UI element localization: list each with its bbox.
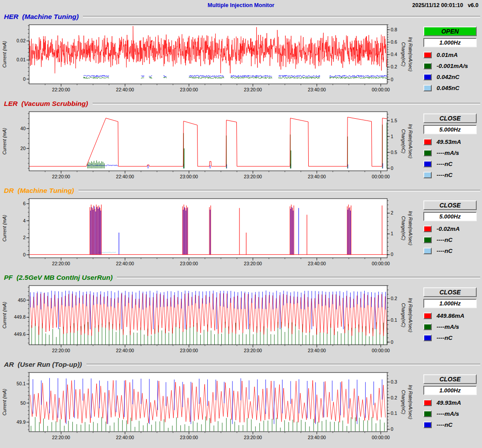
series-value: ----nC [437,237,452,243]
legend-rows: -0.02mA----nC----nC [423,223,477,256]
ar-chart: 22:20:0022:40:0023:00:0023:20:0023:40:00… [1,370,423,444]
svg-text:449.8: 449.8 [14,314,26,320]
series-value: ----mA/s [437,410,459,417]
legend-row: ----nC [423,234,477,245]
svg-text:23:20:00: 23:20:00 [244,348,262,353]
legend-row: ----nC [423,169,477,181]
svg-text:0.6: 0.6 [391,39,397,45]
series-value: 449.86mA [437,312,464,319]
svg-text:20: 20 [20,146,26,151]
svg-text:450: 450 [18,297,26,303]
pf-open-close-button[interactable]: CLOSE [423,287,477,297]
series-value: -0.02mA [437,226,460,232]
series-color-swatch [423,139,432,145]
ler-header: LER (Vacuum Scrubbing) [1,98,481,109]
svg-text:50: 50 [20,400,26,406]
ar-open-close-button[interactable]: CLOSE [423,374,477,384]
svg-text:Current (mA): Current (mA) [2,302,7,329]
svg-text:23:00:00: 23:00:00 [180,174,198,179]
section-title: HER (Machine Tuning) [4,13,78,21]
legend-row: ----nC [423,245,477,256]
svg-text:22:20:00: 22:20:00 [52,174,70,179]
svg-text:0.3: 0.3 [391,379,397,384]
series-color-swatch [423,52,432,58]
her-injection-frequency[interactable]: 1.000Hz [423,38,477,47]
legend-row: ----nC [423,158,477,169]
legend-row: ----mA/s [423,408,477,419]
dr-info-panel: CLOSE 5.000Hz -0.02mA----nC----nC [423,196,478,270]
series-value: 49.53mA [437,139,461,145]
section-divider [78,190,480,192]
dr-header: DR (Machine Tuning) [1,185,481,196]
svg-text:23:00:00: 23:00:00 [180,261,198,266]
series-color-swatch [423,399,432,406]
series-color-swatch [423,410,432,417]
legend-row: -0.001mA/s [423,60,477,72]
ler-open-close-button[interactable]: CLOSE [423,113,477,123]
svg-text:40: 40 [20,126,26,131]
datetime: 2025/11/12 00:01:10 [412,2,463,8]
svg-text:0.02: 0.02 [17,38,26,43]
series-value: ----nC [437,161,452,167]
svg-text:4: 4 [23,218,26,223]
section-title: PF (2.5GeV MB ContInj UserRun) [4,274,112,282]
svg-text:0: 0 [391,339,393,345]
series-value: -0.001mA/s [437,63,468,69]
svg-text:0.01: 0.01 [17,57,26,62]
svg-text:22:20:00: 22:20:00 [52,87,70,92]
svg-text:22:40:00: 22:40:00 [116,174,134,179]
dr-injection-frequency[interactable]: 5.000Hz [423,212,477,221]
svg-text:1: 1 [391,134,393,139]
svg-text:0: 0 [391,77,393,82]
svg-text:1: 1 [391,231,393,236]
series-value: ----nC [437,335,452,341]
legend-row: ----mA/s [423,147,477,158]
svg-text:2: 2 [23,235,26,240]
pf-header: PF (2.5GeV MB ContInj UserRun) [1,272,481,283]
series-value: 0.042nC [437,74,460,80]
svg-text:0: 0 [391,166,393,171]
series-color-swatch [423,237,432,243]
series-color-swatch [423,312,432,319]
svg-text:0: 0 [23,76,26,82]
svg-text:22:20:00: 22:20:00 [52,261,70,266]
section-divider [83,16,480,18]
section-title: DR (Machine Tuning) [4,187,74,195]
svg-text:Inj Rate(mA/sec): Inj Rate(mA/sec) [408,298,413,332]
series-value: 0.01mA [437,52,458,58]
ar-injection-frequency[interactable]: 1.000Hz [423,386,477,395]
svg-text:0: 0 [23,252,26,257]
svg-text:23:00:00: 23:00:00 [180,435,198,440]
series-value: ----mA/s [437,324,459,330]
svg-text:23:40:00: 23:40:00 [308,348,326,353]
ler-injection-frequency[interactable]: 5.000Hz [423,125,477,134]
svg-text:00:00:00: 00:00:00 [372,174,390,179]
svg-text:Current (mA): Current (mA) [2,41,7,68]
svg-text:0.5: 0.5 [391,150,397,155]
svg-text:6: 6 [23,201,26,206]
svg-text:23:20:00: 23:20:00 [244,87,262,92]
series-color-swatch [423,335,432,341]
svg-text:23:40:00: 23:40:00 [308,174,326,179]
svg-text:2: 2 [391,210,393,215]
svg-text:449.6: 449.6 [14,331,26,337]
ar-info-panel: CLOSE 1.000Hz 49.93mA----mA/s----nC [423,370,478,444]
svg-text:0.1: 0.1 [391,317,397,323]
pf-injection-frequency[interactable]: 1.000Hz [423,299,477,308]
series-color-swatch [423,324,432,330]
legend-row: 0.01mA [423,49,477,60]
svg-text:49.9: 49.9 [17,419,26,425]
svg-text:23:20:00: 23:20:00 [244,174,262,179]
svg-text:22:20:00: 22:20:00 [52,435,70,440]
dr-open-close-button[interactable]: CLOSE [423,200,477,210]
dr-chart: 22:20:0022:40:0023:00:0023:20:0023:40:00… [1,196,423,270]
svg-text:Charge(nC): Charge(nC) [401,303,406,328]
svg-text:Current (mA): Current (mA) [2,128,7,155]
section-divider [93,103,480,105]
svg-text:Charge(nC): Charge(nC) [401,390,406,414]
her-open-close-button[interactable]: OPEN [423,26,477,36]
series-color-swatch [423,150,432,156]
svg-text:0.1: 0.1 [391,410,397,416]
svg-text:22:40:00: 22:40:00 [116,348,134,353]
ler-chart: 22:20:0022:40:0023:00:0023:20:0023:40:00… [1,109,423,183]
